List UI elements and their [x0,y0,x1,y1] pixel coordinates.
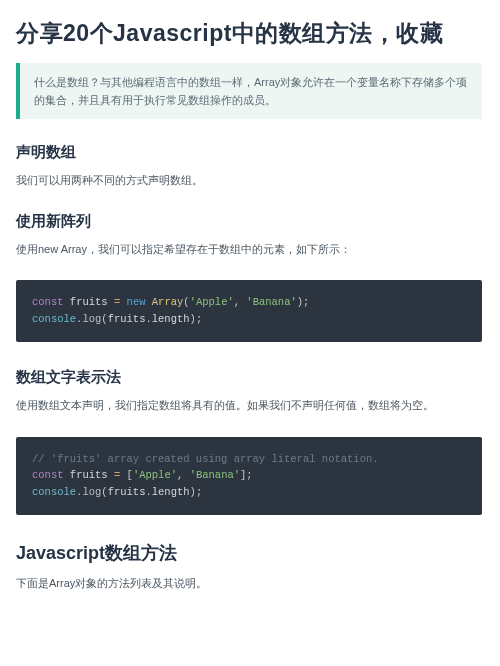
code-block-literal: // 'fruits' array created using array li… [16,437,482,515]
section-text-literal: 使用数组文本声明，我们指定数组将具有的值。如果我们不声明任何值，数组将为空。 [16,397,482,415]
code-token: 'Apple' [190,296,234,308]
code-token: , [234,296,240,308]
code-token: // 'fruits' array created using array li… [32,453,379,465]
code-token: 'Apple' [133,469,177,481]
code-token: = [114,296,120,308]
code-token: ; [246,469,252,481]
code-token: = [114,469,120,481]
section-text-methods: 下面是Array对象的方法列表及其说明。 [16,575,482,593]
code-token: length [152,486,190,498]
code-token: new [127,296,146,308]
section-heading-new-array: 使用新阵列 [16,212,482,231]
code-block-new-array: const fruits = new Array('Apple', 'Banan… [16,280,482,342]
code-token: fruits [108,486,146,498]
code-token: log [82,313,101,325]
code-token: log [82,486,101,498]
code-token: fruits [108,313,146,325]
code-token: console [32,486,76,498]
section-text-new-array: 使用new Array，我们可以指定希望存在于数组中的元素，如下所示： [16,241,482,259]
section-heading-methods: Javascript数组方法 [16,541,482,565]
code-token: 'Banana' [190,469,240,481]
code-token: , [177,469,183,481]
section-heading-literal: 数组文字表示法 [16,368,482,387]
code-token: console [32,313,76,325]
code-token: ; [196,313,202,325]
code-token: ; [303,296,309,308]
code-token: 'Banana' [246,296,296,308]
section-heading-declare: 声明数组 [16,143,482,162]
code-token: length [152,313,190,325]
page-title: 分享20个Javascript中的数组方法，收藏 [16,18,482,49]
code-token: ; [196,486,202,498]
code-token: const [32,469,64,481]
code-token: const [32,296,64,308]
code-token: Array [152,296,184,308]
intro-callout: 什么是数组？与其他编程语言中的数组一样，Array对象允许在一个变量名称下存储多… [16,63,482,119]
section-text-declare: 我们可以用两种不同的方式声明数组。 [16,172,482,190]
code-token: fruits [70,296,108,308]
code-token: fruits [70,469,108,481]
